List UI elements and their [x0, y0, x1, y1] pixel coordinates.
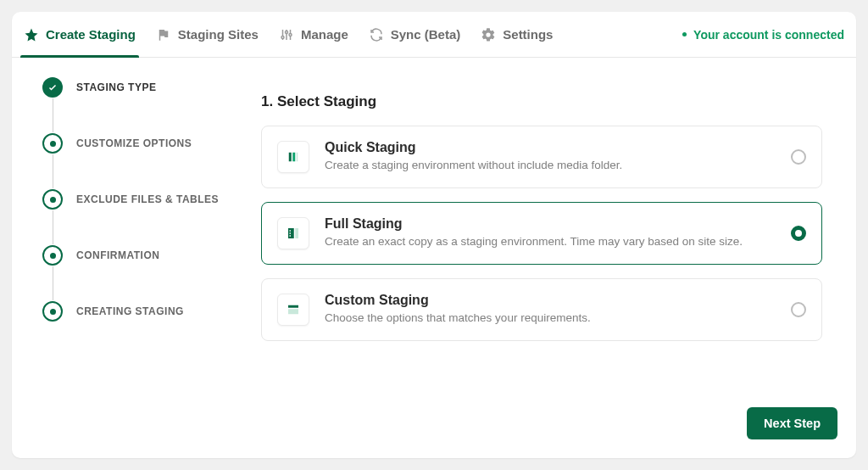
svg-point-0 [281, 36, 284, 38]
radio-unchecked[interactable] [791, 149, 806, 165]
step-creating-staging[interactable]: CREATING STAGING [42, 300, 225, 322]
footer: Next Step [246, 406, 837, 439]
step-customize-options[interactable]: CUSTOMIZE OPTIONS [42, 132, 225, 154]
step-staging-type[interactable]: STAGING TYPE [42, 76, 225, 98]
svg-rect-11 [288, 305, 298, 307]
svg-rect-4 [292, 153, 295, 162]
option-title: Quick Staging [325, 140, 776, 155]
tab-create-staging[interactable]: Create Staging [24, 12, 136, 57]
option-desc: Choose the options that matches your req… [325, 311, 776, 327]
tab-label: Sync (Beta) [391, 27, 461, 42]
panel-select-staging: 1. Select Staging Quick Staging Create a… [246, 76, 837, 406]
tab-label: Settings [503, 27, 553, 42]
body: STAGING TYPE CUSTOMIZE OPTIONS EXCLUDE F… [12, 58, 856, 458]
step-label: EXCLUDE FILES & TABLES [76, 193, 219, 205]
tab-sync[interactable]: Sync (Beta) [369, 12, 461, 57]
tab-manage[interactable]: Manage [279, 12, 348, 57]
option-desc: Create an exact copy as a staging enviro… [325, 234, 776, 250]
check-icon [47, 82, 58, 92]
svg-rect-5 [297, 153, 298, 162]
dot-icon [50, 141, 56, 147]
option-custom-staging[interactable]: Custom Staging Choose the options that m… [261, 278, 822, 341]
option-title: Custom Staging [325, 293, 776, 308]
option-title: Full Staging [325, 216, 776, 232]
main: 1. Select Staging Quick Staging Create a… [246, 76, 837, 439]
dot-icon [50, 309, 56, 315]
tab-bar: Create Staging Staging Sites Manage Sync… [12, 12, 856, 58]
svg-rect-9 [290, 232, 292, 234]
star-icon [24, 27, 39, 42]
step-confirmation[interactable]: CONFIRMATION [42, 244, 225, 266]
radio-unchecked[interactable] [791, 302, 806, 317]
tab-staging-sites[interactable]: Staging Sites [156, 12, 259, 57]
svg-rect-8 [290, 230, 292, 232]
svg-rect-3 [289, 153, 292, 162]
tab-label: Staging Sites [178, 27, 259, 42]
tab-label: Create Staging [46, 27, 136, 42]
svg-rect-6 [288, 228, 294, 238]
svg-point-2 [289, 33, 292, 36]
step-label: STAGING TYPE [76, 81, 156, 93]
svg-rect-12 [288, 309, 298, 314]
radio-checked[interactable] [791, 226, 806, 241]
svg-rect-10 [290, 235, 292, 237]
step-label: CUSTOMIZE OPTIONS [76, 137, 192, 149]
option-desc: Create a staging environment without inc… [325, 158, 776, 174]
option-quick-staging[interactable]: Quick Staging Create a staging environme… [261, 126, 822, 188]
stepper: STAGING TYPE CUSTOMIZE OPTIONS EXCLUDE F… [42, 76, 225, 439]
account-status: Your account is connected [682, 28, 844, 42]
panel-title: 1. Select Staging [261, 93, 822, 110]
tab-settings[interactable]: Settings [481, 12, 553, 57]
quick-staging-icon [277, 141, 309, 173]
gear-icon [481, 27, 496, 42]
account-status-label: Your account is connected [693, 28, 844, 42]
svg-rect-7 [295, 228, 298, 238]
sliders-icon [279, 27, 294, 42]
step-label: CREATING STAGING [76, 305, 184, 317]
custom-staging-icon [277, 294, 309, 326]
option-full-staging[interactable]: Full Staging Create an exact copy as a s… [261, 202, 822, 265]
app-card: Create Staging Staging Sites Manage Sync… [12, 12, 856, 458]
dot-icon [50, 197, 56, 203]
tab-label: Manage [301, 27, 348, 42]
next-step-button[interactable]: Next Step [747, 407, 837, 439]
refresh-icon [369, 27, 384, 42]
flag-icon [156, 27, 171, 42]
status-dot-icon [682, 32, 687, 36]
svg-point-1 [285, 31, 287, 33]
step-exclude-files[interactable]: EXCLUDE FILES & TABLES [42, 188, 225, 210]
step-label: CONFIRMATION [76, 249, 159, 261]
full-staging-icon [277, 217, 309, 249]
dot-icon [50, 253, 56, 259]
